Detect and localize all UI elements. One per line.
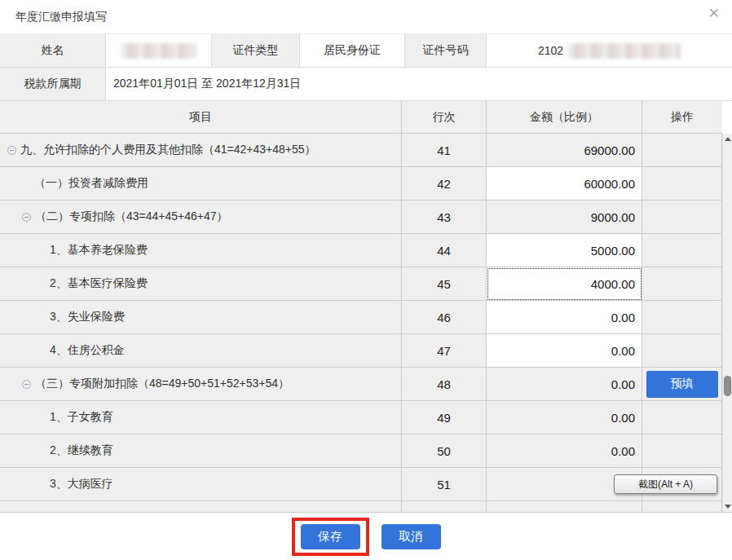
line-number-cell: 49 <box>402 401 487 434</box>
item-cell: 4、住房公积金 <box>0 334 402 368</box>
prefill-button[interactable]: 预填 <box>646 371 718 398</box>
id-type-value: 居民身份证 <box>300 34 405 68</box>
collapse-minus-icon[interactable] <box>7 146 16 155</box>
action-cell <box>642 434 722 468</box>
item-label: 1、基本养老保险费 <box>50 243 148 258</box>
header-item: 项目 <box>0 101 402 134</box>
table-body: 九、允许扣除的个人费用及其他扣除（41=42+43+48+55）4169000.… <box>0 134 732 501</box>
action-cell <box>642 134 722 167</box>
line-number-cell: 48 <box>402 368 487 401</box>
action-cell <box>642 334 722 368</box>
action-cell <box>642 167 722 201</box>
table-row: （三）专项附加扣除（48=49+50+51+52+53+54）480.00预填 <box>0 368 722 401</box>
amount-input-cell[interactable]: 0.00 <box>487 301 642 334</box>
collapse-minus-icon[interactable] <box>22 380 31 389</box>
id-type-label: 证件类型 <box>212 34 300 68</box>
annual-settlement-dialog: 年度汇缴申报填写 ✕ 姓名 证件类型 居民身份证 证件号码 2102 税款所属期… <box>0 0 732 513</box>
item-label: 1、子女教育 <box>50 410 113 425</box>
taxpayer-info-row: 姓名 证件类型 居民身份证 证件号码 2102 <box>0 34 732 68</box>
line-number-cell: 50 <box>402 434 487 468</box>
id-number-label: 证件号码 <box>405 34 487 68</box>
table-row: 1、子女教育490.00 <box>0 401 722 434</box>
amount-input-cell[interactable]: 5000.00 <box>487 234 642 267</box>
amount-input-cell[interactable]: 4000.00 <box>487 267 642 301</box>
scroll-up-icon[interactable] <box>723 134 732 144</box>
item-cell: 3、失业保险费 <box>0 301 402 334</box>
table-row: 2、基本医疗保险费454000.00 <box>0 267 722 301</box>
amount-cell: 69000.00 <box>487 134 642 167</box>
line-number-cell: 46 <box>402 301 487 334</box>
screenshot-tooltip: 截图(Alt + A) <box>614 474 717 494</box>
item-label: （三）专项附加扣除（48=49+50+51+52+53+54） <box>35 377 289 391</box>
dialog-title-bar: 年度汇缴申报填写 ✕ <box>0 0 732 34</box>
item-cell: 2、基本医疗保险费 <box>0 267 402 301</box>
table-row: 3、失业保险费460.00 <box>0 301 722 334</box>
header-amount: 金额（比例） <box>487 101 642 134</box>
id-number-value: 2102 <box>487 34 732 68</box>
item-label: （一）投资者减除费用 <box>34 176 148 191</box>
table-row: 1、基本养老保险费445000.00 <box>0 234 722 267</box>
action-cell <box>642 234 722 267</box>
action-cell <box>642 401 722 434</box>
header-line: 行次 <box>402 101 487 134</box>
action-cell <box>642 201 722 234</box>
item-label: （二）专项扣除（43=44+45+46+47） <box>35 209 228 224</box>
redacted-id-number <box>568 43 681 59</box>
item-cell: （二）专项扣除（43=44+45+46+47） <box>0 201 402 234</box>
line-number-cell: 45 <box>402 267 487 301</box>
item-label: 九、允许扣除的个人费用及其他扣除（41=42+43+48+55） <box>20 143 316 157</box>
table-row: 2、继续教育500.00 <box>0 434 722 468</box>
amount-input-cell[interactable]: 0.00 <box>487 334 642 368</box>
collapse-minus-icon[interactable] <box>22 213 31 222</box>
table-row: 九、允许扣除的个人费用及其他扣除（41=42+43+48+55）4169000.… <box>0 134 722 167</box>
item-label: 2、继续教育 <box>50 443 113 458</box>
period-label: 税款所属期 <box>0 68 106 101</box>
footer-actions: 保存 取消 <box>0 514 732 560</box>
table-header-row: 项目 行次 金额（比例） 操作 <box>0 101 722 134</box>
scrollbar-thumb[interactable] <box>724 376 731 396</box>
vertical-scrollbar[interactable] <box>722 134 732 512</box>
id-number-visible-digits: 2102 <box>538 44 563 57</box>
line-number-cell: 41 <box>402 134 487 167</box>
name-value <box>106 34 212 68</box>
amount-cell: 0.00 <box>487 434 642 468</box>
action-cell <box>642 267 722 301</box>
table-row: 4、住房公积金470.00 <box>0 334 722 368</box>
item-label: 4、住房公积金 <box>50 343 125 358</box>
line-number-cell: 47 <box>402 334 487 368</box>
item-cell: 1、基本养老保险费 <box>0 234 402 267</box>
partial-next-row <box>0 501 722 512</box>
deduction-table: 项目 行次 金额（比例） 操作 九、允许扣除的个人费用及其他扣除（41=42+4… <box>0 101 732 513</box>
action-cell <box>642 301 722 334</box>
header-action: 操作 <box>642 101 722 134</box>
dialog-title: 年度汇缴申报填写 <box>15 10 107 24</box>
line-number-cell: 42 <box>402 167 487 201</box>
amount-cell: 9000.00 <box>487 201 642 234</box>
name-label: 姓名 <box>0 34 106 68</box>
red-highlight-annotation: 保存 <box>292 518 369 556</box>
period-value: 2021年01月01日 至 2021年12月31日 <box>106 68 732 101</box>
table-row: （一）投资者减除费用4260000.00 <box>0 167 722 201</box>
line-number-cell: 43 <box>402 201 487 234</box>
item-label: 2、基本医疗保险费 <box>50 276 148 291</box>
amount-input-cell[interactable]: 60000.00 <box>487 167 642 201</box>
line-number-cell: 44 <box>402 234 487 267</box>
redacted-name <box>121 43 196 59</box>
scroll-down-icon[interactable] <box>723 501 732 512</box>
item-label: 3、大病医疗 <box>50 477 113 492</box>
item-cell: 1、子女教育 <box>0 401 402 434</box>
line-number-cell: 51 <box>402 468 487 501</box>
item-cell: 九、允许扣除的个人费用及其他扣除（41=42+43+48+55） <box>0 134 402 167</box>
item-label: 3、失业保险费 <box>50 310 125 324</box>
item-cell: 3、大病医疗 <box>0 468 402 501</box>
cancel-button[interactable]: 取消 <box>381 524 441 549</box>
amount-cell: 0.00 <box>487 368 642 401</box>
amount-cell: 0.00 <box>487 401 642 434</box>
table-row: （二）专项扣除（43=44+45+46+47）439000.00 <box>0 201 722 234</box>
action-cell: 预填 <box>642 368 722 401</box>
close-icon[interactable]: ✕ <box>708 7 720 20</box>
save-button[interactable]: 保存 <box>301 524 360 549</box>
item-cell: 2、继续教育 <box>0 434 402 468</box>
item-cell: （一）投资者减除费用 <box>0 167 402 201</box>
item-cell: （三）专项附加扣除（48=49+50+51+52+53+54） <box>0 368 402 401</box>
